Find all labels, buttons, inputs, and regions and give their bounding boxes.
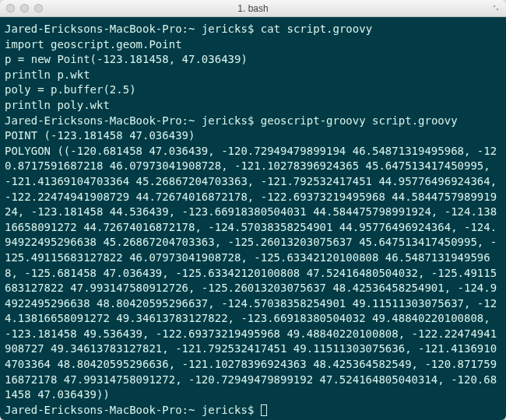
titlebar: 1. bash — [0, 0, 506, 17]
zoom-icon[interactable] — [34, 4, 43, 12]
output-point: POINT (-123.181458 47.036439) — [5, 128, 501, 144]
window-title: 1. bash — [237, 3, 268, 14]
prompt-symbol: $ — [248, 114, 254, 127]
expand-icon[interactable] — [492, 4, 500, 13]
prompt-path: ~ — [188, 114, 195, 127]
prompt-symbol: $ — [248, 23, 254, 35]
prompt-host: Jared-Ericksons-MacBook-Pro — [5, 114, 182, 127]
minimize-icon[interactable] — [20, 4, 29, 12]
traffic-lights — [6, 4, 43, 12]
prompt-path: ~ — [188, 23, 195, 35]
prompt-user: jericks — [202, 114, 248, 127]
script-line: poly = p.buffer(2.5) — [5, 82, 501, 98]
script-line: println poly.wkt — [5, 98, 501, 114]
terminal[interactable]: Jared-Ericksons-MacBook-Pro:~ jericks$ c… — [0, 17, 506, 420]
script-line: p = new Point(-123.181458, 47.036439) — [5, 52, 501, 68]
prompt-symbol: $ — [248, 404, 254, 416]
prompt-user: jericks — [202, 404, 248, 416]
prompt-host: Jared-Ericksons-MacBook-Pro — [5, 404, 182, 416]
prompt-user: jericks — [202, 23, 248, 35]
command-cat: cat script.groovy — [261, 23, 372, 35]
close-icon[interactable] — [6, 4, 15, 12]
prompt-sep: : — [182, 23, 188, 35]
prompt-path: ~ — [188, 404, 195, 416]
prompt-host: Jared-Ericksons-MacBook-Pro — [5, 23, 182, 35]
script-line: import geoscript.geom.Point — [5, 37, 501, 53]
cursor — [261, 404, 267, 416]
output-polygon: POLYGON ((-120.681458 47.036439, -120.72… — [5, 144, 501, 403]
command-run: geoscript-groovy script.groovy — [261, 114, 458, 127]
script-line: println p.wkt — [5, 68, 501, 83]
